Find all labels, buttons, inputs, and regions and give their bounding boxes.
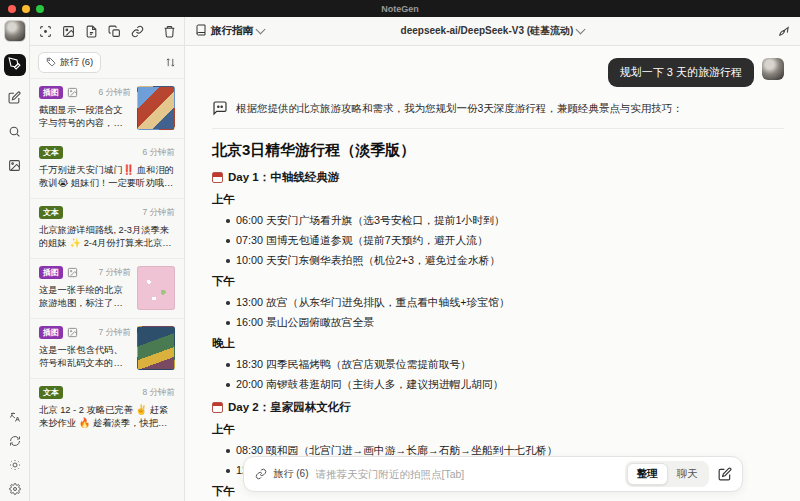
rail-item-search[interactable]	[4, 122, 26, 144]
note-edit-icon	[8, 90, 21, 108]
screenshot-icon[interactable]	[38, 24, 52, 38]
itinerary-section: 晚上 18:30 四季民福烤鸭（故宫店观景位需提前取号）20:00 南锣鼓巷逛胡…	[212, 336, 784, 391]
itinerary-item: 13:00 故宫（从东华门进免排队，重点看中轴线+珍宝馆）	[226, 296, 784, 309]
app-window: NoteGen	[0, 0, 800, 501]
note-type-badge: 文本	[39, 386, 63, 399]
assistant-message-row: 根据您提供的北京旅游攻略和需求，我为您规划一份3天深度游行程，兼顾经典景点与实用…	[212, 99, 784, 120]
section-label: 上午	[212, 192, 784, 207]
section-items: 06:00 天安门广场看升旗（选3号安检口，提前1小时到）07:30 国博无包通…	[212, 214, 784, 267]
note-snippet: 这是一张手绘的北京旅游地图，标注了景点、交通方式和门票价格，如天安...	[39, 284, 131, 310]
link-icon[interactable]	[130, 24, 144, 38]
chat-mode-button[interactable]: 聊天	[668, 464, 707, 484]
section-label: 上午	[212, 422, 784, 437]
divider	[212, 128, 784, 129]
list-item[interactable]: 插图 6 分钟前 截图显示一段混合文字与符号的内容，包含多行无序排列的字母、数字…	[30, 78, 184, 138]
chat-input[interactable]	[316, 468, 618, 480]
compose-icon[interactable]	[716, 465, 734, 483]
rail-item-write[interactable]	[4, 88, 26, 110]
note-snippet: 北京旅游详细路线, 2-3月淡季来的姐妹 ✨ 2-4月份打算来北京玩的宝子 不用…	[39, 224, 175, 250]
tag-filter-label: 旅行 (6)	[60, 56, 93, 69]
search-icon	[8, 124, 21, 142]
list-item[interactable]: 文本 6 分钟前 千万别进天安门城门‼️ 血和泪的教训😭 姐妹们！一定要听劝哦❗…	[30, 138, 184, 198]
notebook-icon	[195, 24, 207, 38]
itinerary-item: 16:00 景山公园俯瞰故宫全景	[226, 316, 784, 329]
translate-icon[interactable]	[8, 410, 21, 423]
calendar-emoji	[212, 172, 223, 183]
note-type-badge: 插图	[39, 326, 63, 339]
sort-icon[interactable]	[165, 57, 176, 68]
pen-icon	[8, 56, 21, 74]
note-timestamp: 7 分钟前	[142, 207, 175, 219]
note-list: 插图 6 分钟前 截图显示一段混合文字与符号的内容，包含多行无序排列的字母、数字…	[30, 78, 184, 501]
note-thumbnail	[137, 266, 175, 310]
model-selector[interactable]: deepseek-ai/DeepSeek-V3 (硅基流动)	[401, 24, 585, 38]
organize-mode-button[interactable]: 整理	[627, 463, 668, 485]
mode-toggle: 整理 聊天	[625, 461, 709, 487]
rail-item-gallery[interactable]	[4, 156, 26, 178]
section-label: 晚上	[212, 336, 784, 351]
section-items: 18:30 四季民福烤鸭（故宫店观景位需提前取号）20:00 南锣鼓巷逛胡同（主…	[212, 358, 784, 391]
section-items: 13:00 故宫（从东华门进免排队，重点看中轴线+珍宝馆）16:00 景山公园俯…	[212, 296, 784, 329]
user-avatar[interactable]	[4, 20, 26, 42]
itinerary-item: 06:00 天安门广场看升旗（选3号安检口，提前1小时到）	[226, 214, 784, 227]
list-item[interactable]: 文本 7 分钟前 北京旅游详细路线, 2-3月淡季来的姐妹 ✨ 2-4月份打算来…	[30, 198, 184, 258]
user-avatar	[762, 58, 784, 80]
sidebar-rail	[0, 17, 30, 501]
day-title: Day 2：皇家园林文化行	[212, 400, 784, 415]
titlebar: NoteGen	[0, 0, 800, 17]
collection-name: 旅行指南	[211, 24, 253, 38]
list-item[interactable]: 插图 7 分钟前 这是一张手绘的北京旅游地图，标注了景点、交通方式和门票价格，如…	[30, 258, 184, 318]
note-timestamp: 8 分钟前	[142, 387, 175, 399]
note-type-badge: 插图	[39, 86, 63, 99]
bot-icon	[212, 100, 228, 120]
clear-chat-icon[interactable]	[777, 25, 790, 38]
note-thumbnail	[137, 326, 175, 370]
assistant-intro: 根据您提供的北京旅游攻略和需求，我为您规划一份3天深度游行程，兼顾经典景点与实用…	[236, 99, 683, 116]
user-message-bubble: 规划一下 3 天的旅游行程	[608, 58, 754, 87]
image-chip-icon	[67, 327, 78, 338]
note-snippet: 千万别进天安门城门‼️ 血和泪的教训😭 姐妹们！一定要听劝哦❗ 除非是预约了参观…	[39, 164, 175, 190]
window-title: NoteGen	[0, 4, 800, 14]
trash-icon[interactable]	[162, 24, 176, 38]
note-snippet: 北京 12 - 2 攻略已完善 ✌️ 赶紧来抄作业 🔥 趁着淡季，快把北京旅游攻…	[39, 404, 175, 430]
gallery-icon	[8, 158, 21, 176]
note-type-badge: 插图	[39, 266, 63, 279]
note-timestamp: 6 分钟前	[98, 87, 131, 99]
image-upload-icon[interactable]	[61, 24, 75, 38]
note-type-badge: 文本	[39, 146, 63, 159]
chat-header: 旅行指南 deepseek-ai/DeepSeek-V3 (硅基流动)	[185, 17, 800, 45]
copy-icon[interactable]	[107, 24, 121, 38]
itinerary-item: 20:00 南锣鼓巷逛胡同（主街人多，建议拐进帽儿胡同）	[226, 378, 784, 391]
image-chip-icon	[67, 267, 78, 278]
user-message-row: 规划一下 3 天的旅游行程	[212, 58, 784, 87]
list-toolbar	[30, 17, 185, 45]
note-snippet: 这是一张包含代码、符号和乱码文本的截图，内容难以辨识，似乎涉及技术...	[39, 344, 131, 370]
theme-toggle-icon[interactable]	[8, 458, 21, 471]
settings-icon[interactable]	[8, 482, 21, 495]
itinerary-section: 上午 06:00 天安门广场看升旗（选3号安检口，提前1小时到）07:30 国博…	[212, 192, 784, 267]
chat-scroll-area[interactable]: 规划一下 3 天的旅游行程 根据您提供的北京旅游攻略和需求，我为您规划一份3天深…	[185, 46, 800, 501]
note-timestamp: 7 分钟前	[98, 267, 131, 279]
tag-filter-chip[interactable]: 旅行 (6)	[38, 52, 101, 73]
itinerary: Day 1：中轴线经典游 上午 06:00 天安门广场看升旗（选3号安检口，提前…	[212, 170, 784, 501]
image-chip-icon	[67, 87, 78, 98]
model-name: deepseek-ai/DeepSeek-V3 (硅基流动)	[401, 24, 574, 38]
day-label: Day 1：中轴线经典游	[228, 170, 339, 185]
file-icon[interactable]	[84, 24, 98, 38]
composer: 旅行 (6) 整理 聊天	[243, 456, 743, 492]
composer-tag-label[interactable]: 旅行 (6)	[274, 467, 309, 481]
calendar-emoji	[212, 402, 223, 413]
note-type-badge: 文本	[39, 206, 63, 219]
tag-icon	[46, 57, 56, 69]
day-label: Day 2：皇家园林文化行	[228, 400, 351, 415]
note-thumbnail	[137, 86, 175, 130]
collection-selector[interactable]: 旅行指南	[195, 24, 264, 38]
sync-icon[interactable]	[8, 434, 21, 447]
list-item[interactable]: 文本 8 分钟前 北京 12 - 2 攻略已完善 ✌️ 赶紧来抄作业 🔥 趁着淡…	[30, 378, 184, 438]
itinerary-section: 下午 13:00 故宫（从东华门进免排队，重点看中轴线+珍宝馆）16:00 景山…	[212, 274, 784, 329]
itinerary-item: 18:30 四季民福烤鸭（故宫店观景位需提前取号）	[226, 358, 784, 371]
rail-item-record[interactable]	[4, 54, 26, 76]
list-item[interactable]: 插图 7 分钟前 这是一张包含代码、符号和乱码文本的截图，内容难以辨识，似乎涉及…	[30, 318, 184, 378]
chat-main: 规划一下 3 天的旅游行程 根据您提供的北京旅游攻略和需求，我为您规划一份3天深…	[185, 46, 800, 501]
link-icon	[255, 468, 267, 480]
